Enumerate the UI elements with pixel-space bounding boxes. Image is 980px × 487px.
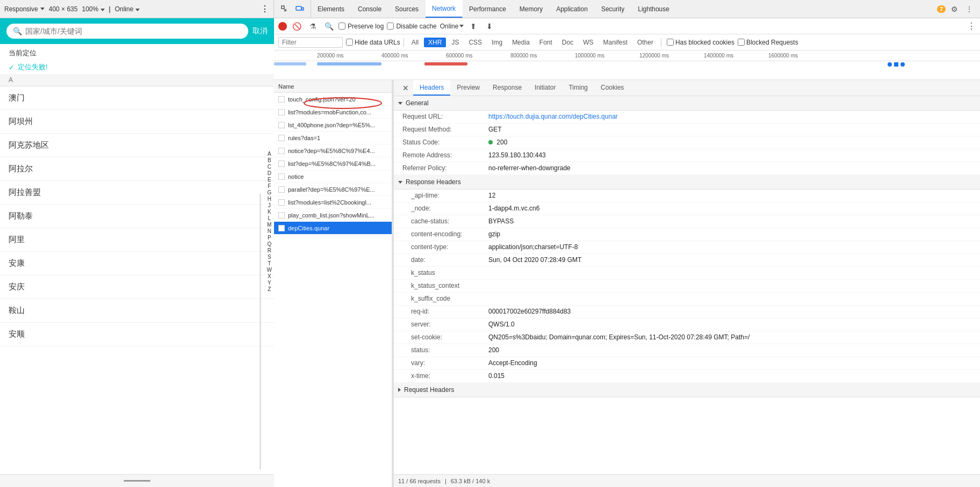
detail-scroll: General Request URL: https://touch.dujia… [394, 96, 980, 474]
network-more-btn[interactable]: ⋮ [967, 21, 976, 31]
svg-rect-2 [302, 8, 304, 10]
response-header-cache-status: cache-status: BYPASS [394, 215, 980, 228]
tab-application[interactable]: Application [550, 0, 595, 18]
filter-input[interactable] [278, 37, 343, 48]
request-item[interactable]: list?dep=%E5%8C%97%E4%B... [274, 157, 392, 170]
request-headers-section-title[interactable]: Request Headers [394, 383, 980, 397]
filter-media[interactable]: Media [508, 38, 534, 47]
filter-xhr[interactable]: XHR [424, 38, 446, 47]
city-item[interactable]: 安庆 [0, 275, 274, 299]
city-item[interactable]: 安康 [0, 252, 274, 275]
request-item[interactable]: list?modules=list%2Cbookingl... [274, 196, 392, 209]
tab-security[interactable]: Security [595, 0, 631, 18]
city-item[interactable]: 阿坝州 [0, 110, 274, 134]
detail-tab-initiator[interactable]: Initiator [528, 80, 562, 96]
filter-manifest[interactable]: Manifest [599, 38, 632, 47]
city-item[interactable]: 阿勒泰 [0, 205, 274, 228]
inspect-element-btn[interactable] [278, 3, 291, 16]
city-item[interactable]: 安顺 [0, 323, 274, 346]
response-header-server: server: QWS/1.0 [394, 318, 980, 331]
export-button[interactable]: ⬇ [483, 20, 496, 33]
tab-console[interactable]: Console [351, 0, 388, 18]
has-blocked-cookies-checkbox[interactable]: Has blocked cookies [667, 39, 734, 46]
request-icon [278, 135, 285, 141]
detail-tab-response[interactable]: Response [486, 80, 528, 96]
close-detail-btn[interactable]: ✕ [398, 84, 413, 92]
request-item[interactable]: list?modules=mobFunction,co... [274, 106, 392, 119]
request-item[interactable]: rules?das=1 [274, 132, 392, 144]
tab-network[interactable]: Network [426, 0, 463, 18]
zoom-dropdown[interactable]: 100% [82, 5, 104, 13]
disable-cache-checkbox[interactable]: Disable cache [387, 23, 436, 30]
search-button[interactable]: 🔍 [322, 20, 335, 33]
filter-font[interactable]: Font [535, 38, 557, 47]
request-item[interactable]: lst_400phone.json?dep=%E5%... [274, 119, 392, 132]
throttle-dropdown[interactable]: Online [440, 23, 464, 30]
request-icon [278, 173, 285, 180]
preserve-log-checkbox[interactable]: Preserve log [338, 23, 384, 30]
request-item[interactable]: parallel?dep=%E5%8C%97%E... [274, 183, 392, 196]
browser-toolbar: Responsive 400 × 635 100% | Online ⋮ [0, 0, 273, 18]
responsive-chevron [40, 8, 45, 10]
city-item[interactable]: 鞍山 [0, 299, 274, 323]
blocked-requests-checkbox[interactable]: Blocked Requests [738, 39, 798, 46]
home-indicator [124, 480, 150, 482]
request-item[interactable]: notice?dep=%E5%8C%97%E4... [274, 144, 392, 157]
detail-tab-headers[interactable]: Headers [413, 80, 450, 96]
response-header-status: status: 200 [394, 344, 980, 357]
clear-button[interactable]: 🚫 [290, 20, 303, 33]
filter-other[interactable]: Other [633, 38, 658, 47]
svg-rect-1 [296, 6, 301, 10]
more-options-btn[interactable]: ⋮ [261, 4, 269, 14]
request-item-selected[interactable]: depCities.qunar [274, 222, 392, 235]
detail-tab-cookies[interactable]: Cookies [594, 80, 630, 96]
filter-toolbar: Hide data URLs All XHR JS CSS Img Media … [274, 34, 980, 50]
filter-doc[interactable]: Doc [558, 38, 578, 47]
search-input-wrap[interactable]: 🔍 [6, 24, 248, 39]
detail-tab-preview[interactable]: Preview [450, 80, 486, 96]
alphabet-index[interactable]: A B C D E F G H J K L M N P Q R S T W X [267, 151, 274, 292]
device-toolbar-btn[interactable] [293, 3, 306, 16]
tab-sources[interactable]: Sources [388, 0, 426, 18]
request-icon [278, 161, 285, 167]
city-item[interactable]: 阿克苏地区 [0, 134, 274, 157]
timeline-bar-blue-1 [317, 62, 381, 66]
import-button[interactable]: ⬆ [467, 20, 480, 33]
filter-js[interactable]: JS [447, 38, 463, 47]
devtools-tabs: Elements Console Sources Network Perform… [274, 0, 980, 18]
request-item[interactable]: notice [274, 170, 392, 183]
filter-all[interactable]: All [407, 38, 423, 47]
detail-panel: ✕ Headers Preview Response Initiator Tim… [394, 80, 980, 487]
request-item[interactable]: touch_config.json?ver=20 [274, 93, 392, 106]
filter-button[interactable]: ⚗ [306, 20, 319, 33]
tab-memory[interactable]: Memory [513, 0, 550, 18]
record-button[interactable] [278, 22, 287, 31]
tab-performance[interactable]: Performance [463, 0, 513, 18]
detail-tab-timing[interactable]: Timing [562, 80, 594, 96]
devtools-more-btn[interactable]: ⋮ [963, 3, 976, 16]
hide-data-urls-checkbox[interactable]: Hide data URLs [346, 39, 400, 46]
city-item[interactable]: 阿拉尔 [0, 157, 274, 181]
filter-css[interactable]: CSS [464, 38, 486, 47]
tab-lighthouse[interactable]: Lighthouse [631, 0, 676, 18]
response-header-date: date: Sun, 04 Oct 2020 07:28:49 GMT [394, 254, 980, 267]
search-input[interactable] [25, 27, 242, 35]
cancel-button[interactable]: 取消 [253, 26, 268, 36]
tab-elements[interactable]: Elements [311, 0, 351, 18]
general-section-title[interactable]: General [394, 96, 980, 111]
request-icon [278, 199, 285, 206]
city-item[interactable]: 澳门 [0, 86, 274, 110]
request-item[interactable]: play_comb_list.json?showMinL... [274, 209, 392, 222]
response-header-x-time: x-time: 0.015 [394, 370, 980, 383]
svg-rect-0 [282, 6, 284, 9]
settings-btn[interactable]: ⚙ [948, 3, 961, 16]
online-dropdown[interactable]: Online [115, 5, 140, 13]
city-item[interactable]: 阿拉善盟 [0, 181, 274, 205]
responsive-dropdown[interactable]: Responsive [4, 5, 45, 13]
response-headers-section-title[interactable]: Response Headers [394, 175, 980, 190]
devtools-icon-area [274, 0, 311, 18]
city-item[interactable]: 阿里 [0, 228, 274, 252]
filter-ws[interactable]: WS [579, 38, 597, 47]
filter-img[interactable]: Img [487, 38, 507, 47]
response-headers-expand-icon [398, 181, 402, 184]
